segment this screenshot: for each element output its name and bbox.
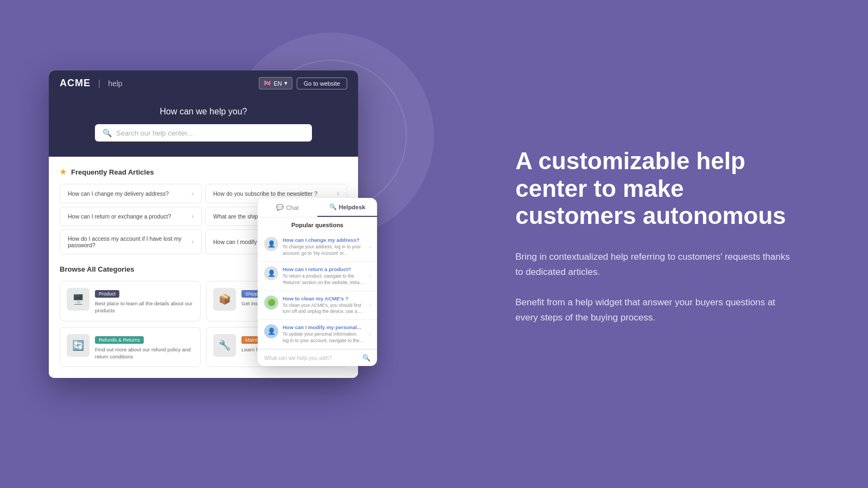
chat-tab-icon: 💬	[276, 204, 284, 211]
chat-tab-label: Chat	[286, 204, 298, 211]
chevron-right-icon: ›	[337, 190, 339, 197]
chat-q-title-3: How to clean my ACME's ?	[283, 296, 365, 301]
frequently-read-label: Frequently Read Articles	[71, 168, 154, 176]
chat-q-content-1: How can I change my address? To change y…	[283, 237, 365, 257]
article-item[interactable]: How do I access my account if I have los…	[60, 229, 202, 254]
category-card-product[interactable]: 🖥️ Product Best place to learn all the d…	[60, 281, 201, 322]
article-text: How do I access my account if I have los…	[68, 235, 192, 248]
go-website-button[interactable]: Go to website	[297, 78, 347, 89]
logo-text: ACME	[60, 78, 91, 89]
star-icon: ★	[60, 168, 67, 176]
chevron-right-icon: ›	[369, 331, 371, 337]
category-badge-refunds: Refunds & Returns	[95, 336, 144, 344]
chat-tabs: 💬 Chat 🔍 Helpdesk	[258, 198, 377, 217]
helpdesk-tab-label: Helpdesk	[339, 204, 366, 210]
chevron-right-icon: ›	[369, 244, 371, 250]
popular-questions-title: Popular questions	[258, 217, 377, 233]
search-bar[interactable]: 🔍 Search our help center...	[95, 124, 312, 142]
chat-q-preview-1: To change your address, log in to your a…	[283, 244, 365, 257]
article-text: How do you subscribe to the newsletter ?	[213, 190, 317, 197]
chevron-down-icon: ▾	[284, 80, 288, 87]
category-icon-refunds: 🔄	[67, 334, 90, 357]
chat-q-avatar-4: 👤	[264, 324, 278, 338]
article-text: How can I change my delivery address?	[68, 190, 169, 197]
right-panel: A customizable help center to make custo…	[494, 0, 819, 488]
category-icon-product: 🖥️	[67, 288, 90, 311]
hero-title: How can we help you?	[60, 107, 347, 117]
chat-input-area[interactable]: What can we help you with? 🔍	[258, 349, 377, 366]
chat-question-item-3[interactable]: 🟢 How to clean my ACME's ? To clean your…	[258, 291, 377, 320]
category-desc-product: Best place to learn all the details abou…	[95, 300, 194, 314]
chat-q-title-4: How can I modify my personal...	[283, 324, 365, 330]
category-desc-refunds: Find out more about our refund policy an…	[95, 346, 194, 361]
language-button[interactable]: 🇬🇧 EN ▾	[259, 77, 292, 89]
right-heading: A customizable help center to make custo…	[515, 147, 797, 230]
chat-q-avatar-2: 👤	[264, 266, 278, 280]
chat-widget: 💬 Chat 🔍 Helpdesk Popular questions 👤 Ho…	[258, 198, 377, 366]
article-item[interactable]: How can I change my delivery address? ›	[60, 184, 202, 203]
hero-section: How can we help you? 🔍 Search our help c…	[49, 96, 358, 157]
logo-area: ACME | help	[60, 78, 123, 89]
chat-q-preview-3: To clean your ACME's, you should first t…	[283, 303, 365, 316]
logo-divider: |	[98, 79, 100, 88]
chat-q-avatar-1: 👤	[264, 237, 278, 251]
chat-question-item-1[interactable]: 👤 How can I change my address? To change…	[258, 233, 377, 262]
chevron-right-icon: ›	[192, 190, 194, 197]
chat-q-title-2: How can I return a product?	[283, 266, 365, 272]
chat-question-item-2[interactable]: 👤 How can I return a product? To return …	[258, 262, 377, 291]
chevron-right-icon: ›	[369, 273, 371, 279]
article-item[interactable]: How can I return or exchange a product? …	[60, 207, 202, 226]
lang-text: EN	[273, 80, 282, 87]
nav-label: help	[108, 79, 122, 88]
category-info-refunds: Refunds & Returns Find out more about ou…	[95, 334, 194, 361]
chat-q-title-1: How can I change my address?	[283, 237, 365, 243]
helpdesk-tab-icon: 🔍	[329, 203, 337, 210]
frequently-read-section-title: ★ Frequently Read Articles	[60, 168, 347, 176]
chat-q-content-4: How can I modify my personal... To updat…	[283, 324, 365, 344]
tab-chat[interactable]: 💬 Chat	[258, 198, 317, 217]
chevron-right-icon: ›	[369, 302, 371, 308]
chevron-right-icon: ›	[192, 213, 194, 220]
category-icon-shipping: 📦	[213, 288, 236, 311]
chat-question-item-4[interactable]: 👤 How can I modify my personal... To upd…	[258, 320, 377, 349]
chat-q-preview-4: To update your personal information, log…	[283, 331, 365, 344]
header-right: 🇬🇧 EN ▾ Go to website	[259, 77, 347, 89]
tab-helpdesk[interactable]: 🔍 Helpdesk	[317, 198, 377, 217]
category-info-product: Product Best place to learn all the deta…	[95, 288, 194, 314]
chat-q-preview-2: To return a product, navigate to the 'Re…	[283, 273, 365, 286]
chevron-right-icon: ›	[192, 238, 194, 246]
right-body-paragraph-2: Benefit from a help widget that answer y…	[515, 295, 797, 325]
category-card-refunds[interactable]: 🔄 Refunds & Returns Find out more about …	[60, 327, 201, 368]
help-header: ACME | help 🇬🇧 EN ▾ Go to website	[49, 70, 358, 96]
article-text: How can I return or exchange a product?	[68, 213, 171, 220]
chat-search-icon: 🔍	[362, 354, 371, 362]
search-icon: 🔍	[103, 129, 112, 137]
category-icon-maintenance: 🔧	[213, 334, 236, 357]
chat-q-avatar-3: 🟢	[264, 296, 278, 310]
chat-q-content-2: How can I return a product? To return a …	[283, 266, 365, 286]
search-placeholder: Search our help center...	[116, 129, 193, 137]
chat-q-content-3: How to clean my ACME's ? To clean your A…	[283, 296, 365, 316]
right-body-paragraph-1: Bring in contextualized help referring t…	[515, 249, 797, 280]
category-badge-product: Product	[95, 290, 119, 298]
flag-icon: 🇬🇧	[264, 80, 271, 87]
chat-input-placeholder: What can we help you with?	[264, 355, 359, 361]
